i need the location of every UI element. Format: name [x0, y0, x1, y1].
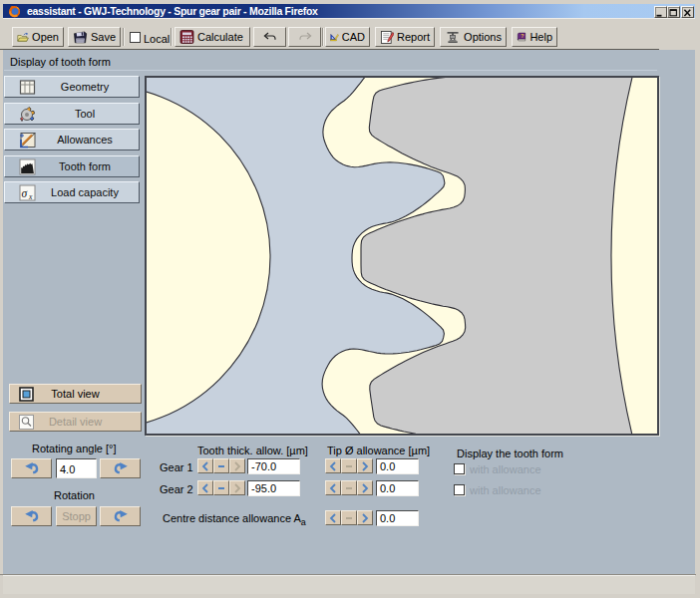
svg-text:?: ?	[521, 33, 524, 39]
svg-text:x: x	[28, 192, 33, 201]
